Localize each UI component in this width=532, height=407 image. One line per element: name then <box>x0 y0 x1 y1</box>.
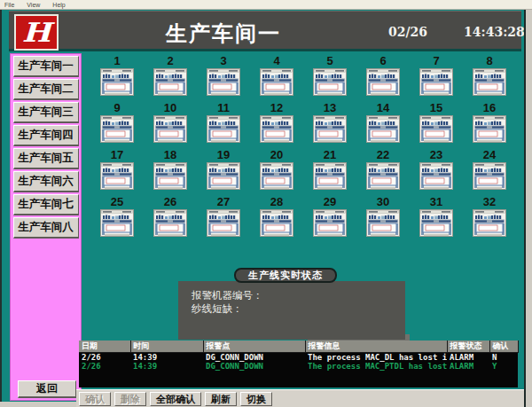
menu-item[interactable]: File <box>4 1 14 9</box>
sidebar-workshop-button[interactable]: 生产车间六 <box>13 171 79 192</box>
sidebar-workshop-button[interactable]: 生产车间七 <box>13 194 79 215</box>
machine-number: 10 <box>164 102 176 114</box>
machine-cell[interactable]: 27 <box>197 196 250 243</box>
machine-cell[interactable]: 2 <box>144 55 197 102</box>
machine-cell[interactable]: 6 <box>356 55 410 102</box>
sidebar-workshop-button[interactable]: 生产车间四 <box>13 125 79 146</box>
alarm-column-header[interactable]: 确认 <box>489 340 518 353</box>
toolbar-button[interactable]: 确认 <box>79 392 111 406</box>
machine-number: 11 <box>217 102 230 114</box>
machine-number: 19 <box>217 149 230 161</box>
alarm-column-header[interactable]: 时间 <box>130 340 203 353</box>
alarm-column-header[interactable]: 报警状态 <box>447 340 489 353</box>
knitting-machine-icon <box>473 115 506 143</box>
alarm-message: The process MAC_PTDL has lost its .. <box>305 362 447 371</box>
status-lines: 报警机器编号：纱线短缺： <box>192 289 405 316</box>
machine-cell[interactable]: 14 <box>356 102 410 149</box>
knitting-machine-icon <box>100 209 134 237</box>
machine-cell[interactable]: 5 <box>303 55 356 102</box>
sidebar-workshop-button[interactable]: 生产车间一 <box>13 56 79 77</box>
toolbar-button[interactable]: 全部确认 <box>150 392 201 406</box>
machine-cell[interactable]: 11 <box>197 102 250 149</box>
knitting-machine-icon <box>207 115 240 143</box>
machine-cell[interactable]: 10 <box>144 102 197 149</box>
sidebar-workshop-button[interactable]: 生产车间五 <box>13 148 79 169</box>
alarm-time: 14:39 <box>130 362 203 371</box>
machine-cell[interactable]: 18 <box>144 149 197 196</box>
machine-cell[interactable]: 12 <box>250 102 303 149</box>
alarm-row[interactable]: 2/26 14:39 DG_CONN_DOWN The process MAC_… <box>79 362 518 371</box>
window-frame-right <box>524 10 532 407</box>
machine-cell[interactable]: 31 <box>410 196 463 243</box>
knitting-machine-icon <box>207 209 240 237</box>
machine-cell[interactable]: 21 <box>303 149 356 196</box>
machine-number: 12 <box>270 102 283 114</box>
alarm-column-header[interactable]: 报警信息 <box>305 340 447 353</box>
alarm-table: 日期时间报警点报警信息报警状态确认 2/26 14:39 DG_CONN_DOW… <box>79 340 519 371</box>
logo-glyph: H <box>22 20 51 46</box>
machine-cell[interactable]: 9 <box>90 102 144 149</box>
machine-cell[interactable]: 28 <box>250 196 303 243</box>
machine-cell[interactable]: 7 <box>410 55 463 102</box>
alarm-row[interactable]: 2/26 14:39 DG_CONN_DOWN The process MAC_… <box>79 353 518 363</box>
machine-cell[interactable]: 20 <box>250 149 303 196</box>
machine-cell[interactable]: 23 <box>410 149 463 196</box>
machine-cell[interactable]: 29 <box>303 196 356 243</box>
knitting-machine-icon <box>153 162 187 190</box>
machine-cell[interactable]: 19 <box>197 149 250 196</box>
machine-cell[interactable]: 8 <box>463 55 516 102</box>
machine-number: 9 <box>113 102 120 114</box>
machine-cell[interactable]: 16 <box>463 102 516 149</box>
menu-item[interactable]: View <box>27 1 40 9</box>
machine-number: 3 <box>220 55 226 67</box>
workshop-button-label: 生产车间二 <box>18 82 74 95</box>
machine-cell[interactable]: 1 <box>90 55 144 102</box>
machine-cell[interactable]: 17 <box>90 149 144 196</box>
machine-number: 4 <box>273 55 279 67</box>
bottom-toolbar: 确认删除全部确认刷新切换 <box>76 389 527 407</box>
machine-number: 6 <box>379 55 386 67</box>
toolbar-button[interactable]: 切换 <box>240 392 272 406</box>
machine-cell[interactable]: 4 <box>250 55 303 102</box>
machine-cell[interactable]: 22 <box>356 149 410 196</box>
machine-cell[interactable]: 15 <box>410 102 463 149</box>
workshop-button-label: 生产车间八 <box>18 221 74 233</box>
machine-cell[interactable]: 13 <box>303 102 356 149</box>
alarm-ack: N <box>489 353 518 363</box>
alarm-column-header[interactable]: 报警点 <box>203 340 305 353</box>
toolbar-button[interactable]: 删除 <box>114 392 146 406</box>
machine-number: 13 <box>324 102 336 114</box>
alarm-point: DG_CONN_DOWN <box>203 353 305 363</box>
menu-item[interactable]: Help <box>52 1 65 9</box>
machine-number: 16 <box>483 102 496 114</box>
machine-number: 26 <box>164 196 176 208</box>
machine-cell[interactable]: 26 <box>144 196 197 243</box>
header-date: 02/26 <box>388 25 427 39</box>
toolbar-button[interactable]: 刷新 <box>205 392 237 406</box>
machine-cell[interactable]: 3 <box>197 55 250 102</box>
machine-cell[interactable]: 32 <box>463 196 516 243</box>
machine-cell[interactable]: 30 <box>356 196 410 243</box>
sidebar-workshop-button[interactable]: 生产车间二 <box>13 79 79 100</box>
machine-number: 28 <box>270 196 283 208</box>
sidebar-workshop-button[interactable]: 生产车间八 <box>13 217 79 239</box>
knitting-machine-icon <box>473 162 506 190</box>
workshop-button-label: 生产车间六 <box>18 175 74 187</box>
machine-number: 17 <box>111 149 123 161</box>
machine-number: 5 <box>326 55 332 67</box>
workshop-button-list: 生产车间一 生产车间二 生产车间三 生产车间四 生产车间五 生产车间六 生产车间… <box>11 56 81 239</box>
machine-number: 24 <box>483 149 496 161</box>
alarm-table-area: 日期时间报警点报警信息报警状态确认 2/26 14:39 DG_CONN_DOW… <box>79 340 518 387</box>
workshop-sidebar: 生产车间一 生产车间二 生产车间三 生产车间四 生产车间五 生产车间六 生产车间… <box>10 53 82 401</box>
sidebar-workshop-button[interactable]: 生产车间三 <box>13 102 79 123</box>
workshop-button-label: 生产车间七 <box>18 198 74 210</box>
knitting-machine-icon <box>366 115 400 143</box>
alarm-column-header[interactable]: 日期 <box>79 340 130 353</box>
knitting-machine-icon <box>419 162 453 190</box>
machine-cell[interactable]: 24 <box>463 149 516 196</box>
menu-bar: FileViewHelp <box>0 0 532 10</box>
knitting-machine-icon <box>153 115 187 143</box>
return-button[interactable]: 返回 <box>18 380 76 398</box>
machine-number: 20 <box>270 149 283 161</box>
machine-cell[interactable]: 25 <box>90 196 144 243</box>
